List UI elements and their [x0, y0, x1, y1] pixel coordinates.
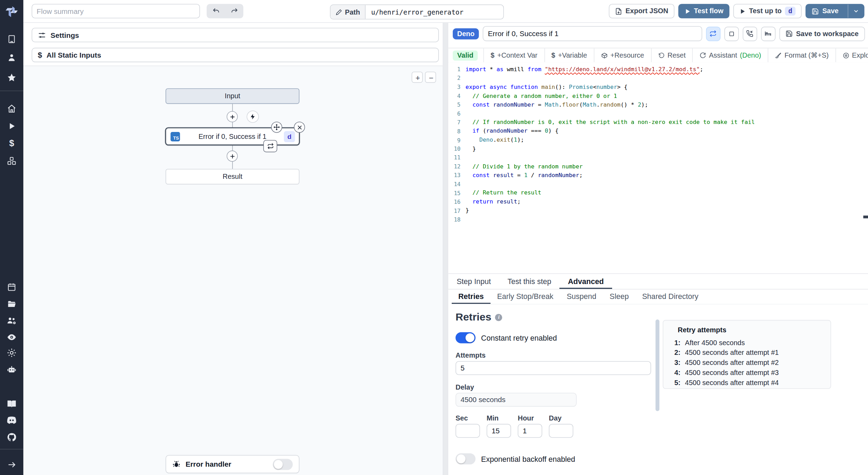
- format-button[interactable]: Format (⌘+S): [768, 48, 835, 62]
- settings-gear-icon[interactable]: [7, 348, 17, 358]
- valid-badge: Valid: [453, 50, 478, 60]
- tab-test-this-step[interactable]: Test this step: [499, 274, 560, 289]
- retries-indicator-button[interactable]: [706, 26, 721, 41]
- trigger-bolt-button[interactable]: [247, 110, 259, 123]
- runs-play-icon[interactable]: [7, 122, 16, 131]
- code-line[interactable]: 16 return result;: [448, 198, 868, 206]
- compass-icon: [843, 52, 849, 59]
- scrollbar-thumb[interactable]: [656, 319, 659, 411]
- error-handler-row[interactable]: Error handler: [166, 455, 300, 473]
- redo-icon[interactable]: [230, 7, 238, 15]
- add-context-var-button[interactable]: $ +Context Var: [483, 48, 544, 62]
- add-resource-button[interactable]: +Resource: [594, 48, 651, 62]
- zoom-in-button[interactable]: +: [412, 72, 423, 83]
- audit-eye-icon[interactable]: [7, 332, 17, 342]
- user-icon[interactable]: [7, 53, 16, 62]
- test-up-to-button[interactable]: Test up to d: [733, 4, 802, 18]
- flow-summary-input[interactable]: [32, 4, 200, 18]
- code-line[interactable]: 9 Deno.exit(1);: [448, 136, 868, 144]
- test-flow-button[interactable]: Test flow: [678, 4, 730, 18]
- code-text: const randomNumber = Math.floor(Math.ran…: [466, 100, 860, 109]
- assistant-button[interactable]: Assistant (Deno): [692, 48, 768, 62]
- constant-retry-toggle[interactable]: [456, 332, 476, 343]
- windmill-logo-icon[interactable]: [5, 4, 19, 18]
- flow-settings-row[interactable]: Settings: [32, 28, 439, 42]
- path-field[interactable]: Path u/henri/error_generator: [330, 5, 504, 19]
- groups-users-icon[interactable]: [7, 316, 17, 326]
- variables-dollar-icon[interactable]: $: [9, 138, 14, 148]
- code-line[interactable]: 11: [448, 153, 868, 162]
- add-step-button[interactable]: [227, 151, 238, 162]
- exponential-backoff-toggle[interactable]: [456, 453, 476, 465]
- move-step-button[interactable]: [271, 122, 282, 133]
- repeat-icon: [710, 30, 717, 37]
- subtab-shared-directory[interactable]: Shared Directory: [635, 288, 705, 304]
- code-line[interactable]: 7 // If randomNumber is 0, exit the scri…: [448, 118, 868, 127]
- step-name-input[interactable]: [483, 26, 702, 41]
- code-line[interactable]: 4 // Generate a random number, either 0 …: [448, 91, 868, 100]
- subtab-retries[interactable]: Retries: [452, 288, 491, 304]
- tab-step-input[interactable]: Step Input: [448, 274, 499, 289]
- code-text: // If randomNumber is 0, exit the script…: [466, 118, 860, 127]
- save-button[interactable]: Save: [806, 4, 864, 18]
- code-line[interactable]: 8 if (randomNumber === 0) {: [448, 127, 868, 135]
- suspend-button[interactable]: [743, 26, 757, 41]
- code-line[interactable]: 10 }: [448, 144, 868, 153]
- subtab-sleep[interactable]: Sleep: [603, 288, 636, 304]
- export-json-button[interactable]: Export JSON: [609, 4, 674, 18]
- subtab-suspend[interactable]: Suspend: [560, 288, 603, 304]
- save-dropdown[interactable]: [848, 5, 863, 18]
- add-step-button[interactable]: [227, 111, 238, 122]
- discord-icon[interactable]: [6, 416, 17, 424]
- code-line[interactable]: 1 import * as wmill from "https://deno.l…: [448, 65, 868, 74]
- flow-canvas[interactable]: + − Input TS Error if 0, Success if 1 d: [23, 66, 443, 475]
- undo-icon[interactable]: [212, 7, 219, 15]
- path-value[interactable]: u/henri/error_generator: [366, 5, 503, 19]
- delete-step-button[interactable]: [294, 122, 305, 133]
- folders-icon[interactable]: [7, 299, 16, 309]
- code-line[interactable]: 13 const result = 1 / randomNumber;: [448, 171, 868, 180]
- zoom-out-button[interactable]: −: [425, 72, 436, 83]
- line-number: 10: [448, 146, 466, 152]
- save-to-workspace-button[interactable]: Save to workspace: [779, 26, 865, 41]
- code-text: // Generate a random number, either 0 or…: [466, 91, 860, 100]
- home-icon[interactable]: [7, 104, 16, 113]
- code-line[interactable]: 6: [448, 109, 868, 118]
- code-text: if (randomNumber === 0) {: [466, 127, 860, 135]
- collapse-arrow-icon[interactable]: [7, 460, 16, 469]
- docs-book-icon[interactable]: [7, 399, 17, 409]
- code-text: }: [466, 144, 860, 153]
- reset-button[interactable]: Reset: [651, 48, 692, 62]
- attempts-input[interactable]: [456, 361, 651, 375]
- favorites-star-icon[interactable]: [7, 73, 17, 83]
- workspaces-icon[interactable]: [7, 34, 16, 44]
- error-handler-toggle[interactable]: [273, 459, 293, 470]
- input-node[interactable]: Input: [166, 88, 300, 104]
- code-line[interactable]: 15 // Return the result: [448, 189, 868, 197]
- phone-incoming-icon: [746, 30, 754, 37]
- code-line[interactable]: 18: [448, 215, 868, 224]
- sleep-button[interactable]: [761, 26, 776, 41]
- tab-advanced[interactable]: Advanced: [560, 274, 612, 289]
- explore-scripts-button[interactable]: Explore other s: [835, 48, 868, 62]
- code-line[interactable]: 5 const randomNumber = Math.floor(Math.r…: [448, 100, 868, 109]
- all-static-inputs-row[interactable]: $ All Static Inputs: [32, 48, 439, 62]
- github-icon[interactable]: [7, 432, 17, 442]
- code-line[interactable]: 3 export async function main(): Promise<…: [448, 83, 868, 91]
- workers-robot-icon[interactable]: [7, 365, 17, 375]
- code-line[interactable]: 17 }: [448, 206, 868, 215]
- early-stop-button[interactable]: [724, 26, 739, 41]
- result-node[interactable]: Result: [166, 169, 300, 184]
- step-retry-indicator[interactable]: [263, 140, 277, 152]
- panel-resize-handle[interactable]: [443, 22, 448, 475]
- schedules-calendar-icon[interactable]: [7, 282, 16, 292]
- code-line[interactable]: 2: [448, 74, 868, 83]
- code-editor[interactable]: 1 import * as wmill from "https://deno.l…: [448, 62, 868, 273]
- resources-cubes-icon[interactable]: [7, 156, 17, 166]
- code-line[interactable]: 14: [448, 180, 868, 189]
- info-icon[interactable]: i: [495, 314, 502, 321]
- add-variable-button[interactable]: $ +Variable: [544, 48, 594, 62]
- code-line[interactable]: 12 // Divide 1 by the random number: [448, 162, 868, 171]
- bolt-icon: [249, 113, 256, 120]
- subtab-early-stop-break[interactable]: Early Stop/Break: [490, 288, 560, 304]
